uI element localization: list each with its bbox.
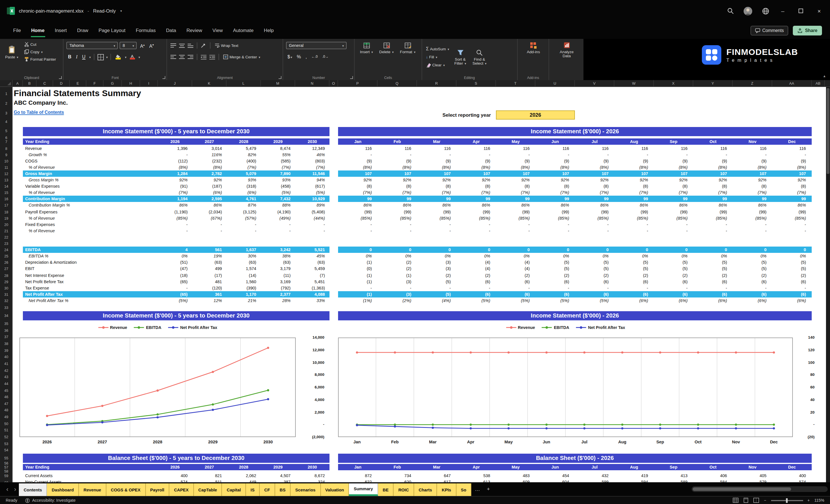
column-header-aa[interactable]: AA [772,80,812,86]
column-header-k[interactable]: K [192,80,226,86]
sheet-tab-summary[interactable]: Summary [349,483,378,496]
row-header-24[interactable]: 24 [0,247,12,253]
menu-tab-file[interactable]: File [8,22,26,38]
column-header-c[interactable]: C [37,80,53,86]
decrease-font-size-button[interactable]: A▾ [148,41,155,50]
row-header-52[interactable]: 52 [0,434,12,440]
row-header-40[interactable]: 40 [0,354,12,360]
row-header-60[interactable]: 60 [0,479,12,482]
row-header-38[interactable]: 38 [0,340,12,347]
row-header-51[interactable]: 51 [0,427,12,434]
row-header-35[interactable]: 35 [0,320,12,327]
reporting-year-input[interactable]: 2026 [496,111,575,120]
column-header-o[interactable]: O [329,80,338,86]
row-header-34[interactable]: 34 [0,311,12,320]
column-header-p[interactable]: P [338,80,378,86]
menu-tab-help[interactable]: Help [259,22,279,38]
row-header-1[interactable]: 1 [0,88,12,99]
copy-button[interactable]: Copy ▾ [23,48,57,56]
row-header-54[interactable]: 54 [0,447,12,454]
column-header-r[interactable]: R [417,80,456,86]
fill-button[interactable]: ↓Fill ▾ [425,53,450,61]
row-header-17[interactable]: 17 [0,202,12,209]
row-header-6[interactable]: 6 [0,136,12,138]
row-header-33[interactable]: 33 [0,304,12,311]
row-header-8[interactable]: 8 [0,145,12,151]
column-header-ac[interactable]: AC [825,80,830,86]
row-header-27[interactable]: 27 [0,266,12,272]
row-header-37[interactable]: 37 [0,334,12,340]
tabs-scroll-right-button[interactable]: › [11,482,19,496]
italic-button[interactable]: I [75,53,79,61]
row-header-18[interactable]: 18 [0,209,12,215]
sheet-tab-cf[interactable]: CF [260,483,275,496]
align-top-button[interactable] [170,42,177,49]
menu-tab-home[interactable]: Home [26,22,50,38]
column-header-b[interactable]: B [23,80,37,86]
sheet-tab-bs[interactable]: BS [275,483,291,496]
sheet-tab-dashboard[interactable]: Dashboard [47,483,79,496]
sheet-tab-valuation[interactable]: Valuation [321,483,349,496]
row-header-15[interactable]: 15 [0,189,12,196]
paste-button[interactable]: Paste ▾ [3,44,21,60]
row-header-59[interactable]: 59 [0,472,12,479]
underline-button[interactable]: U [81,53,87,61]
column-header-l[interactable]: L [226,80,261,86]
row-header-29[interactable]: 29 [0,278,12,285]
sheet-tab-payroll[interactable]: Payroll [146,483,169,496]
globe-icon[interactable] [762,7,769,14]
sheet-tab-charts[interactable]: Charts [414,483,437,496]
analyze-data-button[interactable]: AnalyzeData [557,41,576,59]
zoom-slider[interactable] [771,500,803,501]
delete-cells-button[interactable]: Delete ▾ [377,41,396,55]
row-header-46[interactable]: 46 [0,393,12,400]
accounting-format-button[interactable]: $▾ [286,53,294,61]
row-header-26[interactable]: 26 [0,259,12,266]
zoom-slider-thumb[interactable] [786,498,787,503]
sheet-tab-is[interactable]: IS [246,483,260,496]
row-header-11[interactable]: 11 [0,164,12,170]
select-all-corner[interactable] [0,80,12,86]
normal-view-button[interactable] [733,498,739,503]
maximize-restore-button[interactable] [796,8,805,14]
clear-button[interactable]: Clear ▾ [425,61,450,69]
zoom-level[interactable]: 115% [814,498,824,502]
close-button[interactable]: × [815,8,823,14]
menu-tab-page-layout[interactable]: Page Layout [94,22,131,38]
font-name-select[interactable]: Tahoma▾ [67,42,118,49]
row-header-2[interactable]: 2 [0,99,12,108]
column-header-w[interactable]: W [614,80,654,86]
row-header-32[interactable]: 32 [0,297,12,304]
cut-button[interactable]: Cut [23,41,57,48]
row-header-28[interactable]: 28 [0,272,12,278]
sheet-area[interactable]: Financial Statements SummaryABC Company … [0,87,830,482]
align-bottom-button[interactable] [187,42,194,49]
row-header-14[interactable]: 14 [0,183,12,189]
collapse-ribbon-button[interactable]: ▴ [823,74,825,78]
column-header-v[interactable]: V [575,80,614,86]
row-header-22[interactable]: 22 [0,234,12,240]
tab-overflow-button[interactable]: … [471,482,483,496]
clipboard-dialog-launcher[interactable] [59,76,62,79]
column-header-a[interactable]: A [12,80,23,86]
row-header-21[interactable]: 21 [0,228,12,234]
font-dialog-launcher[interactable] [163,76,166,79]
tabs-scroll-left-button[interactable]: ‹ [3,482,11,496]
merge-center-button[interactable]: Merge & Center ▾ [222,53,261,61]
sheet-tab-roic[interactable]: ROIC [394,483,414,496]
column-header-g[interactable]: G [103,80,122,86]
alignment-dialog-launcher[interactable] [279,76,281,79]
row-header-9[interactable]: 9 [0,151,12,158]
search-icon[interactable] [727,7,734,14]
percent-style-button[interactable]: % [295,53,302,61]
column-header-s[interactable]: S [456,80,496,86]
vertical-scrollbar[interactable] [826,87,830,482]
number-format-select[interactable]: General▾ [286,42,347,49]
comma-style-button[interactable]: , [304,53,308,61]
row-header-12[interactable]: 12 [0,170,12,177]
row-header-3[interactable]: 3 [0,108,12,118]
accessibility-status[interactable]: Accessibility: Investigate [25,498,75,503]
menu-tab-automate[interactable]: Automate [228,22,259,38]
row-header-7[interactable]: 7 [0,138,12,145]
menu-tab-draw[interactable]: Draw [72,22,93,38]
